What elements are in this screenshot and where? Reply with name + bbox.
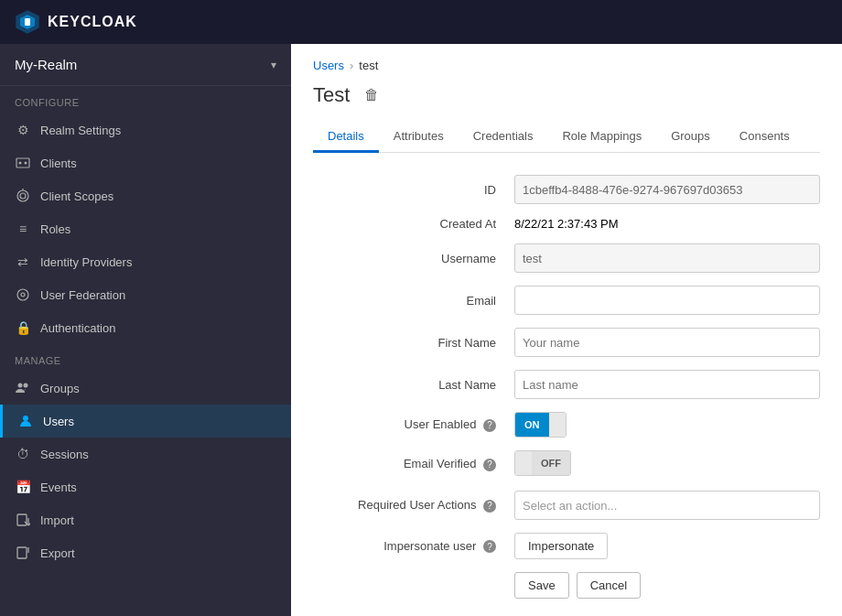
client-scopes-icon: [15, 188, 31, 204]
tab-credentials[interactable]: Credentials: [459, 122, 548, 153]
form-row-impersonate: Impersonate user ? Impersonate: [313, 533, 820, 559]
import-icon: [15, 512, 31, 528]
delete-user-button[interactable]: 🗑: [359, 85, 384, 105]
svg-point-9: [17, 289, 28, 300]
tab-consents[interactable]: Consents: [725, 122, 804, 153]
clients-icon: [15, 155, 31, 171]
svg-point-5: [25, 162, 27, 165]
action-buttons: Save Cancel: [313, 572, 820, 599]
user-enabled-field: ON: [514, 412, 820, 438]
breadcrumb: Users › test: [313, 59, 820, 72]
username-label: Username: [313, 252, 514, 265]
form-row-last-name: Last Name: [313, 370, 820, 399]
export-icon: [15, 545, 31, 561]
sidebar-item-groups[interactable]: Groups: [0, 372, 291, 405]
required-actions-select[interactable]: Select an action... Verify Email Update …: [514, 491, 820, 520]
svg-point-4: [19, 162, 22, 165]
sidebar-item-users[interactable]: Users: [0, 405, 291, 438]
sidebar-item-roles[interactable]: ≡ Roles: [0, 212, 291, 245]
realm-name: My-Realm: [15, 57, 77, 72]
id-input[interactable]: [514, 175, 820, 204]
sidebar-item-label: Authentication: [40, 321, 115, 335]
first-name-input[interactable]: [514, 328, 820, 357]
sidebar-item-identity-providers[interactable]: ⇄ Identity Providers: [0, 245, 291, 278]
details-form: ID Created At 8/22/21 2:37:43 PM Usernam…: [313, 175, 820, 599]
page-title-row: Test 🗑: [313, 83, 820, 107]
form-row-user-enabled: User Enabled ? ON: [313, 412, 820, 438]
sidebar-item-import[interactable]: Import: [0, 503, 291, 536]
email-verified-help-icon[interactable]: ?: [483, 459, 496, 471]
sidebar-item-label: Users: [43, 415, 74, 428]
form-row-first-name: First Name: [313, 328, 820, 357]
toggle-off-label: OFF: [532, 451, 570, 475]
events-icon: 📅: [15, 479, 31, 495]
svg-point-11: [18, 384, 23, 388]
sidebar-item-clients[interactable]: Clients: [0, 146, 291, 179]
groups-icon: [15, 380, 31, 396]
sidebar-item-label: Client Scopes: [40, 189, 113, 203]
sidebar-item-sessions[interactable]: ⏱ Sessions: [0, 438, 291, 470]
email-label: Email: [313, 294, 514, 308]
last-name-field: [514, 370, 820, 399]
sidebar-item-label: Import: [40, 513, 74, 527]
page-title: Test: [313, 83, 350, 107]
realm-selector[interactable]: My-Realm ▾: [0, 44, 291, 86]
username-field: [514, 243, 820, 273]
form-row-id: ID: [313, 175, 820, 204]
required-actions-help-icon[interactable]: ?: [483, 500, 496, 513]
breadcrumb-users-link[interactable]: Users: [313, 59, 344, 72]
sidebar-item-user-federation[interactable]: User Federation: [0, 278, 291, 311]
tabs: Details Attributes Credentials Role Mapp…: [313, 122, 820, 153]
first-name-label: First Name: [313, 336, 514, 350]
sidebar-item-events[interactable]: 📅 Events: [0, 470, 291, 503]
logo: KEYCLOAK: [15, 9, 137, 35]
identity-providers-icon: ⇄: [15, 254, 31, 270]
cancel-button[interactable]: Cancel: [577, 572, 641, 599]
svg-point-7: [20, 193, 26, 199]
form-row-username: Username: [313, 243, 820, 273]
tab-groups[interactable]: Groups: [656, 122, 725, 153]
save-button[interactable]: Save: [514, 572, 569, 599]
tab-attributes[interactable]: Attributes: [379, 122, 459, 153]
svg-point-13: [23, 416, 28, 421]
svg-point-6: [17, 190, 28, 201]
sidebar-item-label: Export: [40, 546, 75, 560]
impersonate-button[interactable]: Impersonate: [514, 533, 608, 559]
tab-role-mappings[interactable]: Role Mappings: [547, 122, 656, 153]
svg-point-10: [21, 293, 25, 297]
sidebar-item-client-scopes[interactable]: Client Scopes: [0, 179, 291, 212]
app-name: KEYCLOAK: [48, 14, 137, 30]
sidebar-item-export[interactable]: Export: [0, 536, 291, 569]
impersonate-help-icon[interactable]: ?: [483, 540, 496, 553]
impersonate-field: Impersonate: [514, 533, 820, 559]
created-at-field: 8/22/21 2:37:43 PM: [514, 217, 820, 231]
sidebar-item-realm-settings[interactable]: ⚙ Realm Settings: [0, 113, 291, 146]
last-name-input[interactable]: [514, 370, 820, 399]
sidebar-item-authentication[interactable]: 🔒 Authentication: [0, 311, 291, 344]
sidebar-item-label: Realm Settings: [40, 124, 121, 137]
svg-point-12: [24, 384, 28, 388]
email-input[interactable]: [514, 286, 820, 315]
realm-settings-icon: ⚙: [15, 122, 31, 138]
email-verified-toggle[interactable]: OFF: [514, 450, 571, 476]
email-verified-field: OFF: [514, 450, 820, 478]
chevron-down-icon: ▾: [271, 59, 276, 71]
users-icon: [17, 413, 34, 429]
sidebar-item-label: Clients: [40, 157, 77, 170]
authentication-icon: 🔒: [15, 319, 31, 336]
username-input[interactable]: [514, 243, 820, 273]
breadcrumb-current: test: [359, 59, 378, 72]
toggle-handle: [549, 413, 566, 437]
sidebar-item-label: Groups: [40, 382, 80, 395]
last-name-label: Last Name: [313, 378, 514, 392]
impersonate-label: Impersonate user ?: [313, 539, 514, 554]
sidebar-item-label: Roles: [40, 222, 70, 236]
user-enabled-toggle[interactable]: ON: [514, 412, 567, 438]
user-enabled-help-icon[interactable]: ?: [483, 419, 496, 432]
required-actions-label: Required User Actions ?: [313, 498, 514, 513]
tab-details[interactable]: Details: [313, 122, 379, 153]
created-at-label: Created At: [313, 217, 514, 231]
sidebar-item-label: Identity Providers: [40, 255, 132, 269]
id-field: [514, 175, 820, 204]
form-row-required-actions: Required User Actions ? Select an action…: [313, 491, 820, 520]
